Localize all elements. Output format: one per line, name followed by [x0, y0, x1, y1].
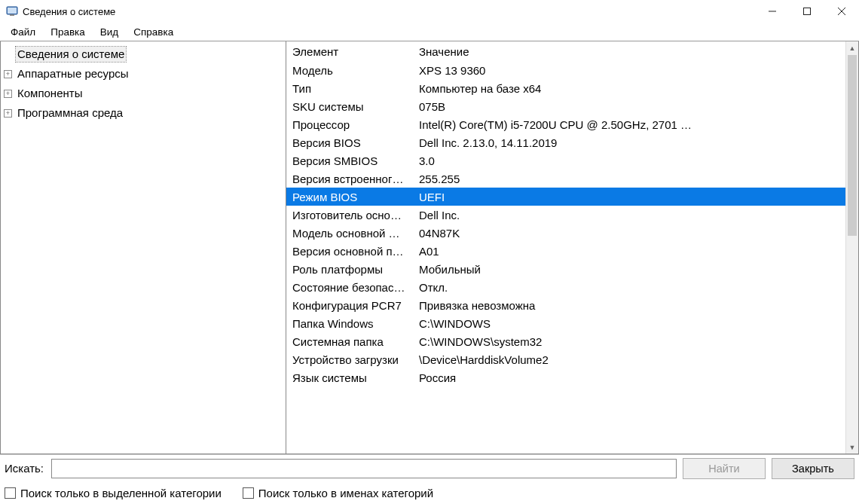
- cell-value: 04N87K: [413, 224, 845, 242]
- table-row[interactable]: Версия BIOSDell Inc. 2.13.0, 14.11.2019: [286, 133, 845, 151]
- menu-file[interactable]: Файл: [3, 25, 43, 39]
- check-only-category-label: Поиск только в выделенной категории: [20, 487, 222, 499]
- vertical-scrollbar[interactable]: ▲ ▼: [845, 41, 858, 454]
- find-button[interactable]: Найти: [683, 458, 766, 479]
- check-only-category[interactable]: Поиск только в выделенной категории: [5, 487, 222, 499]
- checkbox-icon: [5, 487, 16, 499]
- tree-item[interactable]: +Аппаратные ресурсы: [1, 64, 286, 84]
- col-header-name[interactable]: Элемент: [286, 41, 413, 61]
- expand-icon[interactable]: +: [4, 109, 12, 118]
- tree-item-label: Аппаратные ресурсы: [16, 66, 130, 81]
- cell-name: Состояние безопас…: [286, 278, 413, 296]
- cell-value: 255.255: [413, 170, 845, 188]
- svg-rect-2: [10, 14, 14, 16]
- cell-name: Модель основной …: [286, 224, 413, 242]
- search-input[interactable]: [51, 459, 677, 478]
- main-split: Сведения о системе+Аппаратные ресурсы+Ко…: [0, 41, 859, 454]
- table-row[interactable]: Версия SMBIOS3.0: [286, 151, 845, 170]
- cell-value: 075B: [413, 97, 845, 115]
- table-row[interactable]: Состояние безопас…Откл.: [286, 278, 845, 296]
- cell-name: Системная папка: [286, 332, 413, 350]
- col-header-value[interactable]: Значение: [413, 41, 845, 61]
- search-options: Поиск только в выделенной категории Поис…: [0, 481, 859, 504]
- table-row[interactable]: Версия встроенног…255.255: [286, 170, 845, 188]
- list-scroll: Элемент Значение МодельXPS 13 9360ТипКом…: [286, 41, 845, 454]
- cell-value: Мобильный: [413, 260, 845, 278]
- expand-icon[interactable]: +: [4, 90, 12, 98]
- cell-value: Dell Inc.: [413, 206, 845, 224]
- window-title: Сведения о системе: [23, 6, 755, 17]
- table-row[interactable]: Конфигурация PCR7Привязка невозможна: [286, 296, 845, 314]
- cell-name: Изготовитель осно…: [286, 206, 413, 224]
- cell-name: Версия SMBIOS: [286, 151, 413, 170]
- cell-name: Модель: [286, 61, 413, 79]
- cell-value: Intel(R) Core(TM) i5-7200U CPU @ 2.50GHz…: [413, 115, 845, 133]
- cell-value: Dell Inc. 2.13.0, 14.11.2019: [413, 133, 845, 151]
- search-strip: Искать: Найти Закрыть: [0, 454, 859, 481]
- menu-edit[interactable]: Правка: [43, 25, 93, 39]
- svg-rect-4: [804, 8, 811, 15]
- table-row[interactable]: Модель основной …04N87K: [286, 224, 845, 242]
- maximize-button[interactable]: [790, 0, 824, 23]
- scroll-up-icon[interactable]: ▲: [846, 41, 858, 54]
- close-search-button[interactable]: Закрыть: [772, 458, 854, 479]
- cell-name: Режим BIOS: [286, 188, 413, 206]
- cell-name: Процессор: [286, 115, 413, 133]
- table-row[interactable]: Системная папкаC:\WINDOWS\system32: [286, 332, 845, 350]
- cell-value: Компьютер на базе x64: [413, 79, 845, 97]
- expand-icon[interactable]: +: [4, 70, 12, 78]
- tree-item[interactable]: Сведения о системе: [1, 44, 286, 64]
- tree-item[interactable]: +Компоненты: [1, 84, 286, 103]
- cell-name: Язык системы: [286, 368, 413, 386]
- table-row[interactable]: МодельXPS 13 9360: [286, 61, 845, 79]
- cell-value: Откл.: [413, 278, 845, 296]
- cell-name: Устройство загрузки: [286, 350, 413, 368]
- table-row[interactable]: SKU системы075B: [286, 97, 845, 115]
- table-row[interactable]: Устройство загрузки\Device\HarddiskVolum…: [286, 350, 845, 368]
- minimize-button[interactable]: [755, 0, 790, 23]
- table-row[interactable]: Версия основной п…A01: [286, 242, 845, 260]
- checkbox-icon: [243, 487, 254, 499]
- scroll-thumb[interactable]: [848, 55, 857, 236]
- tree-pane: Сведения о системе+Аппаратные ресурсы+Ко…: [0, 41, 286, 454]
- table-row[interactable]: Режим BIOSUEFI: [286, 188, 845, 206]
- table-row[interactable]: ТипКомпьютер на базе x64: [286, 79, 845, 97]
- cell-name: Версия встроенног…: [286, 170, 413, 188]
- cell-value: UEFI: [413, 188, 845, 206]
- table-row[interactable]: Папка WindowsC:\WINDOWS: [286, 314, 845, 332]
- cell-name: Конфигурация PCR7: [286, 296, 413, 314]
- close-button[interactable]: [824, 0, 859, 23]
- tree-item-label: Компоненты: [16, 86, 84, 101]
- table-row[interactable]: Изготовитель осно…Dell Inc.: [286, 206, 845, 224]
- cell-name: SKU системы: [286, 97, 413, 115]
- cell-value: XPS 13 9360: [413, 61, 845, 79]
- menu-view[interactable]: Вид: [93, 25, 126, 39]
- tree-item-label: Программная среда: [16, 105, 124, 121]
- cell-value: C:\WINDOWS\system32: [413, 332, 845, 350]
- cell-value: Россия: [413, 368, 845, 386]
- app-icon: [6, 5, 18, 17]
- table-row[interactable]: Язык системыРоссия: [286, 368, 845, 386]
- cell-name: Роль платформы: [286, 260, 413, 278]
- cell-name: Версия BIOS: [286, 133, 413, 151]
- scroll-down-icon[interactable]: ▼: [846, 441, 858, 454]
- cell-name: Версия основной п…: [286, 242, 413, 260]
- cell-name: Тип: [286, 79, 413, 97]
- cell-name: Папка Windows: [286, 314, 413, 332]
- cell-value: 3.0: [413, 151, 845, 170]
- menubar: Файл Правка Вид Справка: [0, 23, 859, 41]
- cell-value: C:\WINDOWS: [413, 314, 845, 332]
- search-label: Искать:: [5, 462, 45, 475]
- menu-help[interactable]: Справка: [126, 25, 181, 39]
- tree-item[interactable]: +Программная среда: [1, 103, 286, 123]
- property-table: Элемент Значение МодельXPS 13 9360ТипКом…: [286, 41, 845, 386]
- titlebar: Сведения о системе: [0, 0, 859, 23]
- table-row[interactable]: Роль платформыМобильный: [286, 260, 845, 278]
- tree-root: Сведения о системе+Аппаратные ресурсы+Ко…: [1, 41, 286, 126]
- tree-item-label: Сведения о системе: [16, 47, 126, 62]
- check-only-names[interactable]: Поиск только в именах категорий: [243, 487, 433, 499]
- window-controls: [755, 0, 859, 23]
- table-row[interactable]: ПроцессорIntel(R) Core(TM) i5-7200U CPU …: [286, 115, 845, 133]
- svg-rect-1: [8, 8, 17, 14]
- cell-value: Привязка невозможна: [413, 296, 845, 314]
